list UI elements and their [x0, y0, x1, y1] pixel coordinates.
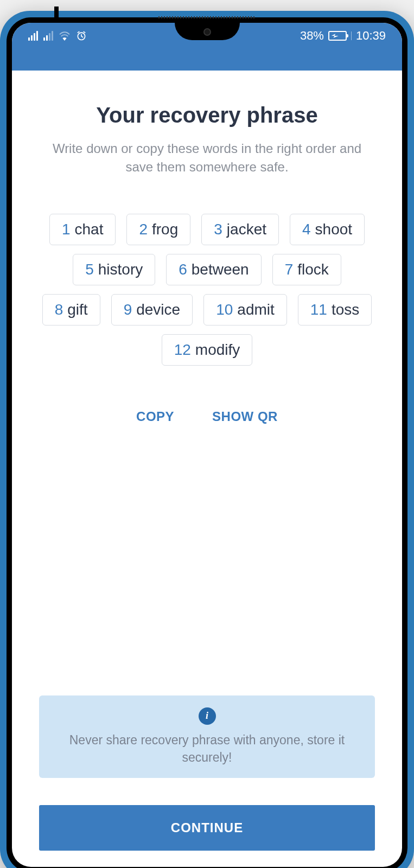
battery-percent: 38%	[300, 29, 324, 43]
phrase-text: between	[192, 261, 249, 278]
phrase-word: 6between	[166, 254, 261, 285]
header-strip	[12, 49, 402, 71]
continue-button[interactable]: CONTINUE	[39, 805, 375, 851]
phrase-text: flock	[297, 261, 329, 278]
phrase-text: history	[98, 261, 143, 278]
phrase-number: 1	[62, 221, 71, 238]
phrase-text: device	[136, 301, 180, 318]
phrase-word: 5history	[73, 254, 155, 285]
phrase-number: 12	[174, 341, 191, 359]
phone-camera	[203, 28, 211, 36]
phrase-text: modify	[195, 341, 240, 359]
phrase-number: 3	[214, 221, 222, 238]
status-divider	[351, 31, 352, 40]
phrase-word: 4shoot	[290, 214, 365, 245]
page-title: Your recovery phrase	[39, 103, 375, 127]
content-area: Your recovery phrase Write down or copy …	[12, 71, 402, 867]
info-icon: i	[199, 707, 216, 725]
phrase-number: 6	[179, 261, 187, 278]
phrase-text: admit	[237, 301, 274, 318]
phrase-text: frog	[152, 221, 178, 238]
phrase-number: 5	[85, 261, 94, 278]
info-text: Never share recovery phrase with anyone,…	[55, 731, 359, 766]
phone-frame: 38% 10:39 Your recovery phrase Write dow…	[0, 11, 414, 868]
phrase-word: 12modify	[162, 334, 253, 366]
phrase-text: toss	[332, 301, 359, 318]
wifi-icon	[59, 31, 71, 41]
signal-icon-2	[43, 31, 53, 41]
phrase-number: 4	[302, 221, 311, 238]
battery-icon	[328, 31, 347, 41]
phrase-number: 8	[55, 301, 63, 318]
phone-speaker	[153, 16, 262, 20]
phrase-word: 7flock	[272, 254, 341, 285]
show-qr-button[interactable]: SHOW QR	[212, 409, 278, 424]
phrase-text: gift	[67, 301, 87, 318]
phrase-text: chat	[75, 221, 104, 238]
phrase-word: 8gift	[42, 294, 100, 326]
phrase-word: 10admit	[203, 294, 287, 326]
phrase-number: 9	[124, 301, 132, 318]
phrase-word: 9device	[111, 294, 193, 326]
phrase-number: 10	[216, 301, 233, 318]
page-subtitle: Write down or copy these words in the ri…	[39, 139, 375, 176]
info-box: i Never share recovery phrase with anyon…	[39, 695, 375, 778]
action-row: COPY SHOW QR	[39, 409, 375, 424]
phrase-number: 7	[285, 261, 294, 278]
recovery-phrase-grid: 1chat2frog3jacket4shoot5history6between7…	[39, 214, 375, 366]
phone-nub	[54, 7, 59, 17]
phrase-word: 1chat	[49, 214, 116, 245]
phrase-text: jacket	[227, 221, 266, 238]
phrase-number: 2	[139, 221, 148, 238]
alarm-icon	[76, 30, 87, 41]
phrase-number: 11	[310, 301, 327, 318]
phrase-text: shoot	[315, 221, 353, 238]
phrase-word: 11toss	[298, 294, 372, 326]
signal-icon	[28, 31, 38, 41]
phrase-word: 2frog	[126, 214, 190, 245]
status-time: 10:39	[356, 29, 386, 43]
phrase-word: 3jacket	[201, 214, 279, 245]
copy-button[interactable]: COPY	[136, 409, 174, 424]
